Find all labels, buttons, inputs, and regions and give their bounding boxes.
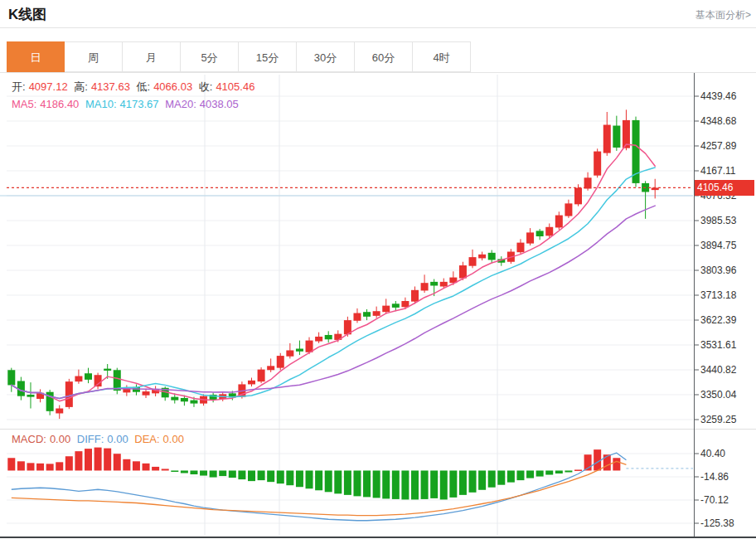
- axis-tick-label: 4257.89: [700, 140, 737, 152]
- diff-value: 0.00: [107, 433, 128, 445]
- tab-month[interactable]: 月: [123, 41, 181, 72]
- macd-bar: [392, 470, 400, 498]
- axis-tick-label: 4348.68: [700, 115, 737, 127]
- candle-body: [286, 350, 293, 356]
- axis-tick-label: 3259.25: [700, 414, 737, 425]
- ohlc-info-row: 开:4097.12 高:4137.63 低:4066.03 收:4105.46: [12, 80, 258, 95]
- candle-body: [325, 335, 332, 339]
- candle-body: [171, 397, 178, 401]
- candle-body: [401, 301, 409, 307]
- candle-body: [258, 370, 265, 382]
- candle-body: [594, 152, 601, 176]
- candle-body: [545, 227, 553, 236]
- tab-day[interactable]: 日: [7, 41, 65, 72]
- macd-bar: [36, 464, 44, 471]
- axis-tick-label: 40.40: [700, 448, 725, 459]
- macd-bar: [574, 469, 582, 471]
- candle-body: [565, 203, 572, 216]
- axis-tick-label: 4167.11: [700, 165, 736, 177]
- macd-bar: [507, 470, 515, 482]
- ma10-label: MA10:: [85, 98, 117, 110]
- axis-tick-label: -125.38: [700, 517, 734, 529]
- y-axis-labels: 4439.464348.684257.894167.114076.323985.…: [700, 90, 737, 529]
- macd-bar: [229, 470, 236, 478]
- candle-body: [411, 290, 419, 302]
- macd-bar: [56, 462, 63, 470]
- axis-tick-label: 3985.53: [700, 215, 737, 226]
- macd-bar: [17, 461, 25, 470]
- macd-bar: [353, 470, 361, 496]
- macd-bar: [488, 470, 496, 487]
- macd-bar: [344, 470, 351, 494]
- macd-bar: [382, 470, 390, 498]
- ma10-value: 4173.67: [120, 98, 159, 110]
- candle-body: [363, 312, 371, 317]
- axis-tick-label: 3531.61: [700, 339, 737, 351]
- dea-label: DEA:: [134, 433, 159, 445]
- macd-bar: [238, 470, 245, 479]
- axis-tick-label: 4439.46: [700, 90, 737, 102]
- candle-body: [190, 401, 197, 404]
- macd-bar: [469, 470, 477, 492]
- low-value: 4066.03: [153, 80, 192, 93]
- candle-body: [56, 409, 63, 414]
- tab-week[interactable]: 周: [65, 41, 123, 72]
- macd-label: MACD:: [12, 433, 46, 445]
- candle-body: [382, 306, 390, 313]
- macd-bar: [46, 464, 54, 470]
- low-label: 低:: [137, 80, 151, 93]
- candle-body: [65, 381, 73, 407]
- macd-bar: [315, 470, 322, 490]
- macd-bar: [104, 449, 111, 471]
- fundamental-analysis-link[interactable]: 基本面分析>: [695, 8, 751, 22]
- macd-info-row: MACD:0.00 DIFF:0.00 DEA:0.00: [12, 433, 187, 445]
- macd-bar: [613, 458, 620, 470]
- macd-bar: [373, 470, 380, 498]
- candle-body: [353, 313, 361, 321]
- axis-tick-label: 3803.96: [700, 265, 737, 276]
- period-tab-bar: 日 周 月 5分 15分 30分 60分 4时: [0, 41, 756, 73]
- candle-body: [613, 126, 620, 148]
- candle-body: [421, 283, 429, 290]
- macd-bar: [181, 470, 188, 473]
- macd-bar: [75, 451, 82, 470]
- axis-tick-label: 3440.82: [700, 364, 737, 376]
- macd-bar: [497, 470, 505, 484]
- candle-body: [574, 188, 582, 205]
- macd-bar: [516, 470, 524, 480]
- macd-bar: [296, 470, 303, 487]
- tab-60min[interactable]: 60分: [355, 41, 413, 72]
- high-value: 4137.63: [91, 80, 130, 93]
- macd-value: 0.00: [50, 433, 70, 445]
- macd-bar: [171, 470, 178, 472]
- tab-4hour[interactable]: 4时: [413, 41, 471, 72]
- macd-bar: [306, 470, 313, 488]
- macd-bar: [190, 470, 197, 474]
- macd-bar: [363, 470, 371, 497]
- macd-bar: [258, 470, 265, 480]
- page-title: K线图: [8, 5, 46, 24]
- candle-body: [488, 253, 496, 260]
- tab-30min[interactable]: 30分: [297, 41, 355, 72]
- macd-bar: [27, 463, 34, 470]
- tab-15min[interactable]: 15分: [239, 41, 297, 72]
- close-value: 4105.46: [216, 80, 254, 93]
- candle-body: [555, 216, 563, 228]
- candle-body: [267, 366, 274, 370]
- macd-bar: [545, 470, 553, 474]
- macd-bar: [478, 470, 486, 489]
- diff-label: DIFF:: [77, 433, 104, 445]
- macd-bar: [123, 459, 130, 471]
- axis-tick-label: 3622.39: [700, 314, 737, 326]
- macd-bar: [152, 467, 159, 471]
- macd-bar: [440, 470, 448, 499]
- tab-5min[interactable]: 5分: [181, 41, 239, 72]
- candles-layer: [7, 109, 658, 419]
- macd-bar: [114, 454, 121, 470]
- ma20-value: 4038.05: [200, 98, 239, 110]
- axis-tick-label: 3894.75: [700, 240, 737, 251]
- candle-body: [181, 398, 188, 401]
- candle-body: [75, 376, 82, 382]
- candle-body: [104, 369, 111, 371]
- macd-bar: [277, 470, 284, 483]
